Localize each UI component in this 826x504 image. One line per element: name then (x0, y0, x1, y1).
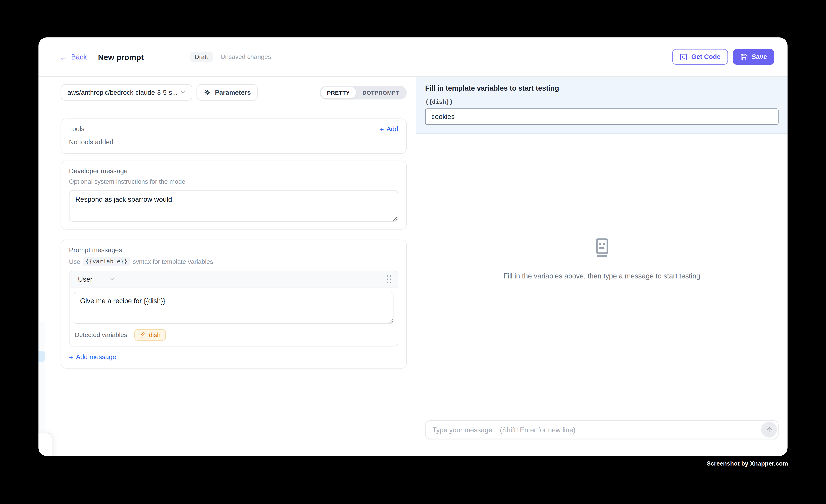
test-panel: Fill in template variables to start test… (416, 77, 787, 456)
add-tool-button[interactable]: + Add (379, 125, 398, 133)
parameters-button[interactable]: Parameters (196, 84, 258, 101)
prompt-editor-panel: aws/anthropic/bedrock-claude-3-5-s... Pa… (39, 77, 416, 456)
add-tool-label: Add (387, 125, 398, 133)
chevron-down-icon (180, 89, 186, 96)
message-textarea[interactable]: Give me a recipe for {{dish}} (74, 292, 394, 324)
watermark-text: Screenshot by Xnapper.com (707, 460, 788, 467)
test-panel-title: Fill in template variables to start test… (425, 84, 779, 92)
model-toolbar: aws/anthropic/bedrock-claude-3-5-s... Pa… (61, 84, 407, 101)
message-header: User (69, 271, 398, 288)
message-block: User Give me a recipe for {{dish}} Detec… (69, 270, 398, 346)
floating-panel-fragment (39, 433, 52, 456)
sidebar-item-fragment (39, 351, 45, 362)
message-body: Give me a recipe for {{dish}} Detected v… (69, 288, 398, 346)
chat-message-input[interactable] (425, 420, 779, 439)
chat-empty-state: Fill in the variables above, then type a… (416, 134, 787, 412)
sidebar-sliver (39, 322, 45, 433)
prompt-messages-section: Prompt messages Use {{variable}} syntax … (61, 240, 407, 369)
message-role-selector[interactable]: User (78, 275, 116, 283)
model-selector-value: aws/anthropic/bedrock-claude-3-5-s... (67, 89, 178, 96)
variable-chip-label: dish (149, 331, 161, 338)
get-code-button[interactable]: Get Code (672, 49, 728, 65)
desktop-background: ← Back New prompt Draft Unsaved changes … (0, 0, 826, 504)
detected-variables-label: Detected variables: (75, 331, 129, 338)
parameters-label: Parameters (215, 89, 251, 96)
window-header: ← Back New prompt Draft Unsaved changes … (39, 37, 787, 77)
developer-message-subtitle: Optional system instructions for the mod… (69, 178, 398, 185)
get-code-label: Get Code (691, 53, 720, 60)
variable-syntax-chip: {{variable}} (83, 257, 130, 266)
chat-input-bar (416, 412, 787, 456)
save-button[interactable]: Save (733, 49, 774, 65)
pencil-icon (139, 332, 146, 338)
prompt-messages-title: Prompt messages (69, 246, 398, 254)
bot-icon (591, 237, 612, 258)
status-badge: Draft (190, 52, 213, 62)
developer-message-title: Developer message (69, 167, 398, 175)
add-message-button[interactable]: + Add message (69, 353, 116, 361)
toggle-dotprompt[interactable]: DOTPROMPT (356, 87, 406, 98)
tools-empty-text: No tools added (69, 138, 398, 146)
back-label: Back (71, 53, 87, 61)
page-title: New prompt (98, 52, 143, 61)
header-actions: Get Code Save (672, 49, 774, 65)
save-icon (740, 53, 748, 61)
model-selector[interactable]: aws/anthropic/bedrock-claude-3-5-s... (61, 84, 192, 101)
back-arrow-icon: ← (60, 53, 67, 61)
arrow-up-icon (765, 426, 773, 433)
detected-variables-row: Detected variables: dish (74, 329, 394, 342)
add-message-label: Add message (76, 353, 116, 361)
variable-chip-dish[interactable]: dish (134, 329, 166, 341)
save-label: Save (752, 53, 767, 60)
terminal-icon (680, 53, 688, 61)
tools-section: Tools + Add No tools added (61, 118, 407, 154)
hint-prefix: Use (69, 258, 80, 265)
message-role-value: User (78, 275, 93, 283)
developer-message-textarea[interactable]: Respond as jack sparrow would (69, 190, 398, 222)
format-toggle: PRETTY DOTPROMPT (320, 85, 407, 99)
app-window: ← Back New prompt Draft Unsaved changes … (39, 37, 787, 456)
variable-syntax-hint: Use {{variable}} syntax for template var… (69, 257, 398, 266)
toggle-pretty[interactable]: PRETTY (320, 87, 356, 98)
tools-title: Tools (69, 125, 84, 133)
developer-message-section: Developer message Optional system instru… (61, 161, 407, 230)
plus-icon: + (69, 353, 73, 361)
back-button[interactable]: ← Back (60, 53, 87, 61)
template-variables-header: Fill in template variables to start test… (416, 77, 787, 134)
variable-value-input[interactable] (425, 109, 779, 125)
send-button[interactable] (761, 422, 777, 438)
empty-state-text: Fill in the variables above, then type a… (504, 272, 700, 280)
variable-name-label: {{dish}} (425, 99, 779, 105)
gear-icon (203, 88, 211, 96)
plus-icon: + (379, 125, 384, 133)
unsaved-changes-text: Unsaved changes (221, 53, 271, 60)
drag-handle-icon[interactable] (387, 275, 392, 283)
hint-suffix: syntax for template variables (133, 258, 213, 265)
chevron-down-icon (109, 276, 116, 282)
